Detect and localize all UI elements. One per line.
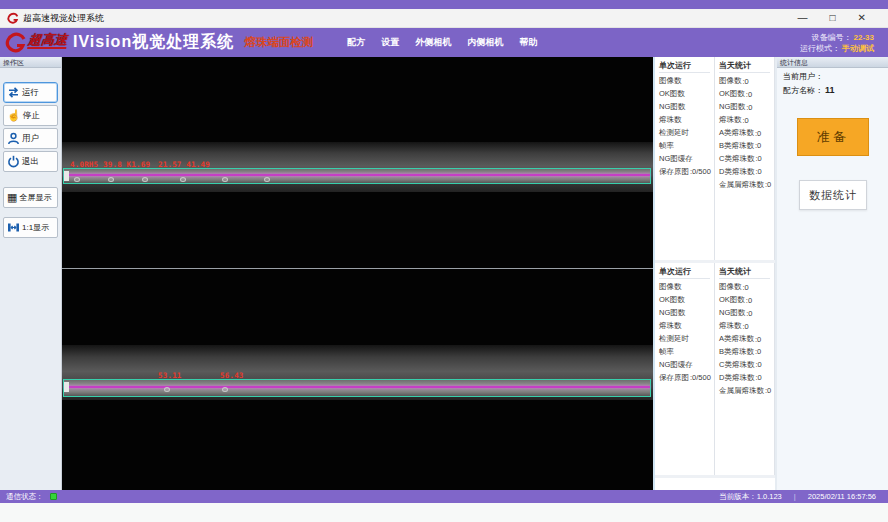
stat-row: OK图数0	[719, 88, 774, 101]
stat-row: 熔珠数0	[719, 114, 774, 127]
minimize-button[interactable]: —	[798, 13, 808, 23]
stat-row: D类熔珠数0	[719, 371, 774, 384]
strip-endcap	[64, 382, 69, 392]
app-window: 超高速视觉处理系统 — □ ✕ 超高速 IVision视觉处理系统 熔珠端面检测…	[0, 0, 888, 522]
close-button[interactable]: ✕	[858, 13, 866, 23]
comm-status-label: 通信状态：	[6, 492, 44, 502]
stat-row: 图像数	[659, 75, 714, 88]
titlebar: 超高速视觉处理系统 — □ ✕	[0, 9, 888, 28]
status-bar-right: 当前版本：1.0.123 | 2025/02/11 16:57:56	[719, 492, 876, 502]
top-strip	[0, 0, 888, 9]
exit-button[interactable]: 退出	[3, 151, 58, 172]
laser-line	[64, 386, 650, 388]
window-title: 超高速视觉处理系统	[23, 12, 104, 25]
stat-row: 图像数0	[719, 281, 774, 294]
stop-button-label: 停止	[23, 110, 40, 122]
run-button-label: 运行	[22, 87, 39, 99]
menu-item[interactable]: 配方	[347, 36, 365, 49]
menu-item[interactable]: 外侧相机	[415, 36, 451, 49]
data-statistics-button[interactable]: 数据统计	[799, 180, 867, 210]
weld-image-band	[62, 142, 653, 192]
stat-row: 帧率	[659, 139, 714, 152]
stat-row: NG图缓存	[659, 358, 714, 371]
stat-row: B类熔珠数0	[719, 345, 774, 358]
power-icon	[7, 155, 20, 168]
bead-marker	[142, 177, 148, 182]
stat-row: NG图缓存	[659, 152, 714, 165]
stats-panel-inner: 单次运行 图像数OK图数NG图数熔珠数检测延时帧率NG图缓存保存原图0/500 …	[655, 263, 775, 478]
stat-row: OK图数	[659, 294, 714, 307]
status-bar: 通信状态： 当前版本：1.0.123 | 2025/02/11 16:57:56	[0, 490, 888, 503]
stat-row: 熔珠数0	[719, 320, 774, 333]
stop-button[interactable]: ☝ 停止	[3, 105, 58, 126]
stat-row: C类熔珠数0	[719, 358, 774, 371]
stat-row: C类熔珠数0	[719, 152, 774, 165]
inner-camera-view[interactable]: 53.1156.43	[62, 269, 653, 490]
stats-panel-outer: 单次运行 图像数OK图数NG图数熔珠数检测延时帧率NG图缓存保存原图0/500 …	[655, 57, 775, 263]
menu-item[interactable]: 帮助	[519, 36, 537, 49]
current-user-field: 当前用户：	[777, 68, 888, 82]
main-body: 操作区 运行 ☝ 停止 用户 退出 ▦	[0, 57, 888, 490]
stat-row: NG图数	[659, 307, 714, 320]
daily-stats-header: 当天统计	[719, 60, 770, 73]
laser-line	[64, 174, 650, 176]
stat-row: 金属屑熔珠数0	[719, 178, 774, 191]
user-button-label: 用户	[22, 133, 39, 145]
menu-item[interactable]: 设置	[381, 36, 399, 49]
fullscreen-button[interactable]: ▦ 全屏显示	[3, 187, 58, 208]
user-button[interactable]: 用户	[3, 128, 58, 149]
sidebar-header: 操作区	[0, 57, 61, 68]
datetime-text: 2025/02/11 16:57:56	[808, 492, 876, 501]
recipe-name-value: 11	[825, 85, 835, 95]
stat-row: A类熔珠数0	[719, 333, 774, 346]
measurement-annotation: 21.57 41.49	[158, 160, 210, 169]
stat-row: 检测延时	[659, 333, 714, 346]
daily-stats-header: 当天统计	[719, 266, 770, 279]
current-user-label: 当前用户：	[783, 72, 823, 81]
one-to-one-button[interactable]: 1:1显示	[3, 217, 58, 238]
single-run-header: 单次运行	[659, 266, 710, 279]
single-run-header: 单次运行	[659, 60, 710, 73]
recipe-name-field: 配方名称：11	[777, 82, 888, 96]
bead-marker	[180, 177, 186, 182]
stop-hand-icon: ☝	[7, 110, 21, 121]
device-id-value: 22-33	[854, 33, 874, 42]
menu-item[interactable]: 内侧相机	[467, 36, 503, 49]
outer-camera-view[interactable]: 4.0RH5 39.8 K1.6921.57 41.49	[62, 57, 653, 268]
camera-display-area: 4.0RH5 39.8 K1.6921.57 41.49 53.1156.43	[62, 57, 653, 490]
app-subtitle: 熔珠端面检测	[244, 35, 313, 50]
measurement-annotation: 53.11	[158, 371, 182, 380]
stat-row: OK图数0	[719, 294, 774, 307]
stat-row: 检测延时	[659, 127, 714, 140]
prepare-button[interactable]: 准备	[797, 118, 869, 156]
stat-row: NG图数0	[719, 101, 774, 114]
stat-row: 图像数0	[719, 75, 774, 88]
run-button[interactable]: 运行	[3, 82, 58, 103]
info-panel-header: 统计信息	[777, 57, 888, 68]
strip-endcap	[64, 171, 69, 181]
user-icon	[7, 132, 20, 145]
stat-row: NG图数0	[719, 307, 774, 320]
run-loop-icon	[7, 86, 20, 99]
status-separator: |	[794, 492, 796, 501]
daily-stats-column: 当天统计 图像数0OK图数0NG图数0熔珠数0A类熔珠数0B类熔珠数0C类熔珠数…	[715, 57, 775, 260]
exit-button-label: 退出	[22, 156, 39, 168]
stat-row: NG图数	[659, 101, 714, 114]
stat-row: 熔珠数	[659, 320, 714, 333]
app-header: 超高速 IVision视觉处理系统 熔珠端面检测 配方设置外侧相机内侧相机帮助 …	[0, 28, 888, 57]
comm-status-indicator	[50, 493, 57, 500]
bead-marker	[74, 177, 80, 182]
maximize-button[interactable]: □	[830, 13, 836, 23]
sidebar-buttons: 运行 ☝ 停止 用户 退出 ▦ 全屏显示	[0, 68, 61, 238]
stat-row: OK图数	[659, 88, 714, 101]
bead-marker	[164, 387, 170, 392]
stat-row: D类熔珠数0	[719, 165, 774, 178]
single-run-column: 单次运行 图像数OK图数NG图数熔珠数检测延时帧率NG图缓存保存原图0/500	[655, 57, 715, 260]
device-info: 设备编号：22-33 运行模式：手动调试	[800, 32, 874, 54]
stat-row: B类熔珠数0	[719, 139, 774, 152]
run-mode-value: 手动调试	[842, 44, 874, 53]
brand-text: 超高速	[27, 33, 68, 49]
window-controls: — □ ✕	[798, 13, 866, 23]
bead-marker	[264, 177, 270, 182]
app-title: IVision视觉处理系统	[73, 32, 234, 53]
